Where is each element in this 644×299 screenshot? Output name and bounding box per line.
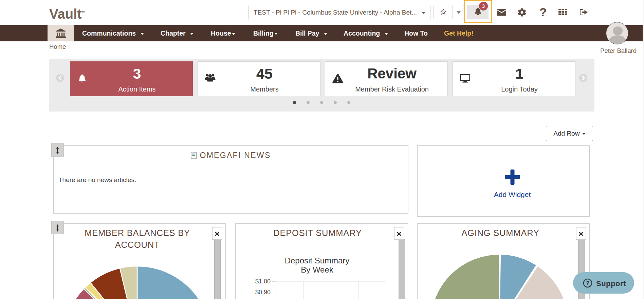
svg-text:?: ? bbox=[586, 280, 589, 286]
svg-text:$1.00: $1.00 bbox=[255, 278, 271, 285]
svg-text:$0.90: $0.90 bbox=[255, 289, 271, 296]
